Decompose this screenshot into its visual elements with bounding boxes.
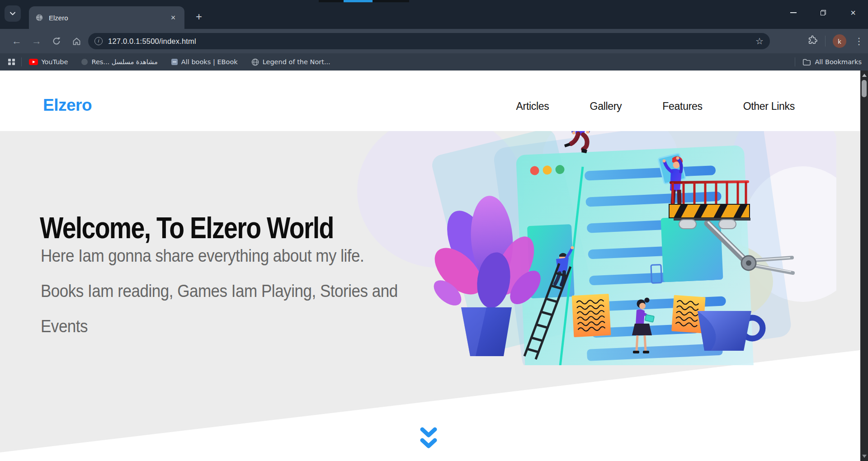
site-logo[interactable]: Elzero (43, 96, 92, 115)
browser-window: Elzero × + × ← → (0, 0, 868, 461)
browser-chrome: Elzero × + × ← → (0, 0, 868, 71)
minimize-icon (790, 12, 797, 13)
restore-icon (821, 10, 826, 15)
bookmarks-separator (21, 57, 22, 66)
page-scrollbar[interactable] (860, 71, 868, 461)
tab-search-button[interactable] (5, 5, 21, 22)
bookmark-series[interactable]: Res... مشاهدة مسلسل (81, 58, 157, 66)
chevron-down-icon (9, 10, 16, 17)
home-icon (72, 37, 81, 46)
scrollbar-up-arrow[interactable] (862, 74, 867, 77)
url-bar[interactable]: i 127.0.0.1:5500/index.html ☆ (88, 33, 770, 49)
toolbar-separator (825, 36, 826, 47)
globe-icon (251, 58, 259, 66)
new-tab-button[interactable]: + (192, 10, 206, 24)
scrollbar-thumb[interactable] (862, 80, 867, 97)
folder-icon (802, 58, 811, 66)
bookmarks-separator (795, 57, 795, 66)
close-window-button[interactable]: × (838, 0, 868, 25)
bookmarks-bar: YouTube Res... مشاهدة مسلسل All books | … (0, 53, 868, 71)
url-input[interactable]: 127.0.0.1:5500/index.html (108, 37, 755, 46)
minimize-button[interactable] (778, 0, 808, 25)
media-progress-bar (319, 0, 409, 2)
media-progress-fill (344, 0, 373, 2)
nav-link-other-links[interactable]: Other Links (743, 100, 795, 113)
restore-button[interactable] (808, 0, 838, 25)
forward-button[interactable]: → (28, 29, 46, 53)
bookmark-label: YouTube (42, 58, 68, 66)
close-icon: × (850, 8, 856, 18)
back-button[interactable]: ← (8, 29, 26, 53)
bookmark-label: All books | EBook (181, 58, 238, 66)
all-bookmarks-button[interactable]: All Bookmarks (802, 58, 862, 66)
reload-icon (52, 37, 61, 46)
scrollbar-down-arrow[interactable] (862, 455, 867, 458)
puzzle-icon (807, 35, 817, 45)
tab-elzero[interactable]: Elzero × (29, 6, 184, 29)
apps-grid-icon[interactable] (8, 59, 15, 66)
globe-favicon-icon (35, 14, 43, 22)
tab-title: Elzero (49, 14, 168, 22)
all-bookmarks-label: All Bookmarks (815, 58, 862, 66)
go-down-button[interactable] (419, 427, 439, 453)
nav-link-articles[interactable]: Articles (516, 100, 549, 113)
book-icon (171, 59, 178, 65)
toolbar-right: k ⋮ (803, 29, 868, 53)
site-info-icon[interactable]: i (94, 37, 103, 45)
tab-strip: Elzero × + × (0, 0, 868, 29)
tab-close-icon[interactable]: × (168, 13, 178, 23)
bookmark-label: Legend of the Nort... (263, 58, 330, 66)
youtube-icon (29, 59, 38, 65)
nav-link-gallery[interactable]: Gallery (590, 100, 622, 113)
home-button[interactable] (67, 29, 85, 53)
bookmark-label: Res... مشاهدة مسلسل (91, 58, 157, 66)
bookmark-star-icon[interactable]: ☆ (755, 36, 764, 47)
reload-button[interactable] (47, 29, 66, 53)
generic-favicon-icon (81, 59, 88, 65)
bookmark-youtube[interactable]: YouTube (29, 58, 68, 66)
bookmark-ebook[interactable]: All books | EBook (171, 58, 238, 66)
hero-paragraph: Here Iam gonna share everything about my… (41, 239, 398, 344)
bookmark-legend[interactable]: Legend of the Nort... (251, 58, 330, 66)
window-controls: × (778, 0, 868, 25)
profile-avatar[interactable]: k (833, 34, 846, 48)
web-page: Elzero Articles Gallery Features Other L… (0, 71, 868, 461)
browser-toolbar: ← → i 127.0.0.1:5500/index.html ☆ (0, 29, 868, 53)
nav-link-features[interactable]: Features (662, 100, 702, 113)
browser-menu-button[interactable]: ⋮ (850, 36, 868, 47)
main-nav: Articles Gallery Features Other Links (516, 100, 795, 113)
double-chevron-down-icon (419, 427, 439, 453)
extensions-button[interactable] (803, 35, 821, 47)
